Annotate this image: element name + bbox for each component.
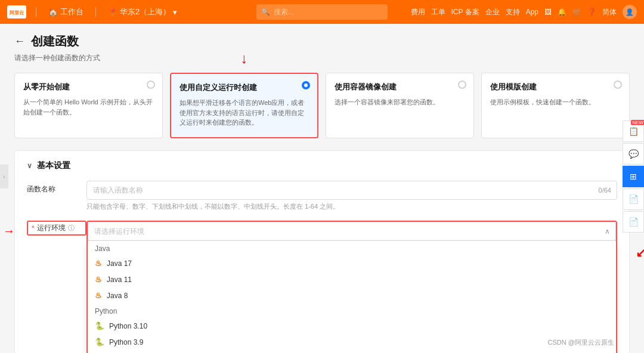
float-chat-icon: 💬 [628, 149, 639, 159]
function-name-counter: 0/64 [599, 187, 611, 194]
svg-text:阿里云: 阿里云 [10, 10, 24, 16]
nav-icp[interactable]: ICP 备案 [451, 7, 479, 17]
annotation-arrow-runtime: → [3, 224, 15, 238]
java-icon-17: ♨ [95, 259, 102, 268]
avatar[interactable]: 👤 [623, 5, 637, 19]
required-mark: * [32, 224, 35, 233]
nav-region[interactable]: 📍 华东2（上海） ▾ [106, 7, 179, 17]
function-name-row: 函数名称 0/64 只能包含字母、数字、下划线和中划线，不能以数字、中划线开头。… [27, 181, 617, 211]
csdn-watermark: CSDN @阿里云云原生 [548, 338, 614, 347]
nav-divider2 [95, 7, 96, 17]
nav-enterprise[interactable]: 企业 [485, 7, 500, 17]
float-btn-copy1[interactable]: 📄 [623, 188, 644, 210]
function-name-input-wrapper: 0/64 [86, 181, 617, 200]
home-icon: 🏠 [48, 8, 58, 17]
float-copy1-icon: 📄 [628, 194, 639, 204]
search-bar[interactable]: 🔍 [256, 4, 388, 20]
java-icon-11: ♨ [95, 275, 102, 284]
nav-user[interactable]: 简体 [602, 7, 617, 17]
float-btn-new[interactable]: NEW 📋 [623, 120, 644, 142]
python-icon-310: 🐍 [95, 321, 104, 330]
annotation-arrow-dropdown: ↙ [636, 246, 644, 260]
card-title-container: 使用容器镜像创建 [335, 82, 465, 92]
runtime-select-wrapper: 请选择运行环境 ∧ Java ♨ Java 17 ♨ [86, 221, 617, 242]
dropdown-item-java8[interactable]: ♨ Java 8 [88, 287, 616, 304]
main-content: ← 创建函数 请选择一种创建函数的方式 从零开始创建 从一个简单的 Hello … [0, 24, 644, 353]
card-radio-custom [302, 81, 310, 89]
page-title: 创建函数 [31, 33, 79, 49]
runtime-row: → * 运行环境 ⓘ 请选择运行环境 ∧ Java [27, 221, 617, 242]
sidebar-toggle[interactable]: › [0, 165, 8, 188]
dropdown-item-java17[interactable]: ♨ Java 17 [88, 255, 616, 271]
right-floating-buttons: NEW 📋 💬 ⊞ 📄 📄 [623, 120, 644, 233]
java-icon-8: ♨ [95, 291, 102, 300]
nav-workbench[interactable]: 🏠 工作台 [46, 7, 86, 17]
function-name-label: 函数名称 [27, 181, 86, 194]
nav-icon-photo: 🖼 [544, 8, 552, 16]
function-name-control: 0/64 只能包含字母、数字、下划线和中划线，不能以数字、中划线开头。长度在 1… [86, 181, 617, 211]
runtime-select[interactable]: 请选择运行环境 [88, 222, 616, 241]
float-btn-qr[interactable]: ⊞ [623, 166, 644, 187]
nav-app[interactable]: App [526, 8, 538, 16]
page-header: ← 创建函数 [14, 33, 630, 49]
float-new-label: NEW [631, 120, 644, 125]
float-btn-chat[interactable]: 💬 [623, 143, 644, 165]
basic-settings-section: ∨ 基本设置 函数名称 0/64 只能包含字母、数字、下划线和中划线，不能以数字… [14, 150, 630, 353]
card-from-scratch[interactable]: 从零开始创建 从一个简单的 Hello World 示例开始，从头开始创建一个函… [14, 73, 163, 138]
nav-right-items: 费用 工单 ICP 备案 企业 支持 App 🖼 🔔 🛒 ❓ 简体 👤 [411, 5, 637, 19]
creation-cards: 从零开始创建 从一个简单的 Hello World 示例开始，从头开始创建一个函… [14, 73, 630, 138]
nav-help[interactable]: ❓ [587, 8, 596, 16]
top-navigation: 阿里云 🏠 工作台 📍 华东2（上海） ▾ 🔍 费用 工单 ICP 备案 企业 … [0, 0, 644, 24]
card-desc-container: 选择一个容器镜像来部署您的函数。 [335, 97, 465, 107]
card-title-scratch: 从零开始创建 [23, 82, 154, 92]
card-container[interactable]: 使用容器镜像创建 选择一个容器镜像来部署您的函数。 [326, 73, 474, 138]
search-icon: 🔍 [261, 8, 270, 16]
dropdown-item-java11[interactable]: ♨ Java 11 [88, 271, 616, 287]
card-template[interactable]: 使用模版创建 使用示例模板，快速创建一个函数。 [481, 73, 630, 138]
nav-support[interactable]: 支持 [506, 7, 520, 17]
section-collapse-icon[interactable]: ∨ [27, 162, 32, 170]
card-desc-template: 使用示例模板，快速创建一个函数。 [490, 97, 621, 107]
nav-ticket[interactable]: 工单 [431, 7, 445, 17]
float-qr-icon: ⊞ [630, 172, 637, 181]
python-icon-39: 🐍 [95, 337, 104, 346]
nav-bell[interactable]: 🔔 [558, 8, 566, 16]
search-input[interactable] [274, 8, 383, 16]
card-desc-custom: 如果想平滑迁移各个语言的Web应用，或者使用官方未支持的语言运行时，请使用自定义… [179, 98, 309, 128]
nav-logo[interactable]: 阿里云 [7, 5, 26, 18]
card-desc-scratch: 从一个简单的 Hello World 示例开始，从头开始创建一个函数。 [23, 97, 154, 117]
section-title: 基本设置 [37, 160, 70, 171]
dropdown-item-python310[interactable]: 🐍 Python 3.10 [88, 318, 616, 334]
runtime-control: 请选择运行环境 ∧ Java ♨ Java 17 ♨ [86, 221, 617, 242]
float-btn-copy2[interactable]: 📄 [623, 211, 644, 233]
section-header: ∨ 基本设置 [27, 160, 617, 171]
card-title-template: 使用模版创建 [490, 82, 621, 92]
back-button[interactable]: ← [14, 35, 25, 48]
nav-divider [36, 7, 36, 17]
card-title-custom: 使用自定义运行时创建 [179, 82, 309, 93]
runtime-help-icon[interactable]: ⓘ [68, 224, 75, 233]
runtime-dropdown-menu: Java ♨ Java 17 ♨ Java 11 ♨ Java 8 [86, 241, 617, 353]
card-radio-container [458, 80, 466, 89]
function-name-input[interactable] [86, 181, 617, 200]
function-name-hint: 只能包含字母、数字、下划线和中划线，不能以数字、中划线开头。长度在 1-64 之… [86, 202, 617, 211]
region-icon: 📍 [108, 8, 117, 17]
dropdown-item-python38[interactable]: 🐍 Python 3.8 [88, 350, 616, 353]
card-radio-scratch [147, 80, 155, 89]
logo-icon: 阿里云 [7, 5, 26, 18]
nav-cost[interactable]: 费用 [411, 7, 425, 17]
card-radio-template [614, 80, 622, 89]
float-icon-new: 📋 [628, 126, 639, 136]
region-dropdown-icon: ▾ [173, 8, 177, 17]
dropdown-group-python: Python [88, 304, 616, 318]
runtime-label: * 运行环境 ⓘ [27, 221, 86, 236]
card-custom-runtime[interactable]: 使用自定义运行时创建 如果想平滑迁移各个语言的Web应用，或者使用官方未支持的语… [170, 73, 318, 138]
nav-cart[interactable]: 🛒 [572, 8, 581, 16]
page-subtitle: 请选择一种创建函数的方式 [14, 53, 630, 63]
dropdown-item-python39[interactable]: 🐍 Python 3.9 [88, 334, 616, 350]
dropdown-group-java: Java [88, 241, 616, 255]
float-copy2-icon: 📄 [628, 217, 639, 227]
